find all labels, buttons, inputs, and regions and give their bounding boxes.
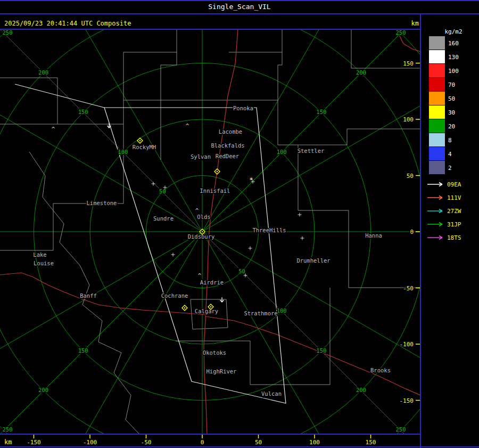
range-ring-label: 150 <box>316 347 326 354</box>
caret-marker: ^ <box>198 272 202 279</box>
city-label: Drumheller <box>296 257 330 264</box>
range-ring-label: 150 <box>78 347 88 354</box>
legend-value: 30 <box>448 109 455 116</box>
legend-swatch <box>429 161 445 174</box>
legend-swatch <box>429 119 445 133</box>
city-label: Strathmore <box>244 310 277 316</box>
caret-marker: ^ <box>195 207 199 214</box>
y-axis-tick-label: -100 <box>400 341 414 348</box>
range-ring-label: 200 <box>356 69 366 76</box>
station-marker-dot <box>202 231 203 232</box>
storm-track-id: 09EA <box>447 181 461 188</box>
city-label: Sylvan <box>191 153 211 160</box>
city-label: Didsbury <box>188 233 215 240</box>
asterisk-marker: * <box>249 176 253 184</box>
y-axis-tick-label: -50 <box>403 285 414 292</box>
city-label: Okotoks <box>203 349 226 356</box>
x-axis-tick-label: -100 <box>83 439 97 446</box>
city-label: Vulcan <box>261 390 282 397</box>
legend-swatch <box>429 64 445 77</box>
city-label: Hanna <box>365 232 382 239</box>
y-axis-tick-label: -150 <box>400 397 414 404</box>
city-label: Sundre <box>153 215 174 222</box>
caret-marker: ^ <box>186 123 189 129</box>
legend-swatch <box>429 50 445 63</box>
station-marker-dot <box>210 306 211 307</box>
city-label: Limestone <box>87 200 117 206</box>
y-axis-tick-label: 150 <box>403 60 414 67</box>
city-label: Olds <box>197 214 210 220</box>
legend-swatch <box>429 78 445 91</box>
range-ring-label: 250 <box>3 29 13 36</box>
legend-value: 8 <box>448 137 452 144</box>
legend-value: 130 <box>448 54 459 61</box>
city-label: ThreeHills <box>252 227 286 233</box>
city-label: Blackfalds <box>211 142 244 149</box>
range-ring-label: 250 <box>3 426 13 433</box>
city-label: Ponoka <box>233 105 253 111</box>
city-label: Innisfail <box>200 188 230 194</box>
range-ring-label: 250 <box>396 29 406 36</box>
city-label: HighRiver <box>207 368 237 374</box>
legend-value: 2 <box>448 165 452 172</box>
range-ring-label: 200 <box>356 387 366 393</box>
storm-track-id: 18TS <box>447 234 461 241</box>
range-ring-label: 100 <box>277 149 287 155</box>
storm-track-id: 111V <box>447 194 461 201</box>
city-label: Cochrane <box>161 292 188 299</box>
range-ring-label: 50 <box>238 268 245 274</box>
city-label: Calgary <box>195 308 218 314</box>
city-label: Lake <box>33 251 46 258</box>
city-label: Brooks <box>370 367 391 373</box>
legend-value: 70 <box>448 82 455 88</box>
legend-value: 100 <box>448 68 459 75</box>
city-label: Banff <box>80 292 97 299</box>
legend-unit-label: kg/m2 <box>444 28 462 35</box>
y-axis-tick-label: 50 <box>407 173 414 180</box>
city-label: Stettler <box>298 148 325 154</box>
legend-swatch <box>429 147 445 160</box>
timestamp-label: 2025/09/23 20:41:44 UTC Composite <box>4 20 131 27</box>
range-ring-label: 200 <box>38 387 48 393</box>
legend-swatch <box>429 133 445 146</box>
caret-marker: ^ <box>52 126 55 133</box>
legend-value: 20 <box>448 123 455 130</box>
legend-swatch <box>429 105 445 119</box>
x-axis-tick-label: 100 <box>309 439 320 446</box>
legend-value: 160 <box>448 40 459 47</box>
y-axis-unit-label: km <box>411 20 419 27</box>
station-marker-dot <box>217 171 218 172</box>
x-axis-tick-label: 50 <box>255 439 262 446</box>
legend-swatch <box>429 36 445 50</box>
x-axis-unit-label: km <box>4 438 12 446</box>
x-axis-tick-label: -50 <box>141 439 152 446</box>
range-ring-label: 100 <box>277 307 287 314</box>
storm-track-id: 27ZW <box>447 208 461 215</box>
x-axis-tick-label: 150 <box>366 439 376 446</box>
radar-window: 5010015020025010015020025015020025050100… <box>0 0 479 448</box>
range-ring-label: 250 <box>396 426 406 433</box>
y-axis-tick-label: 100 <box>403 116 414 123</box>
x-axis-tick-label: 0 <box>201 439 204 446</box>
range-ring-label: 150 <box>316 109 326 115</box>
legend-value: 50 <box>448 95 455 102</box>
radar-display: 5010015020025010015020025015020025050100… <box>0 0 479 448</box>
city-label: Airdrie <box>200 279 224 286</box>
range-ring-label: 150 <box>78 109 88 115</box>
legend-value: 4 <box>448 151 452 158</box>
window-title: Single_Scan_VIL <box>208 3 271 11</box>
storm-track-id: 31JP <box>447 221 461 228</box>
range-ring-label: 200 <box>38 69 48 76</box>
city-label: Lacombe <box>219 128 242 135</box>
city-label: Louise <box>34 260 54 266</box>
legend-swatch <box>429 92 445 105</box>
range-ring-label: 100 <box>118 149 128 155</box>
x-axis-tick-label: -150 <box>27 439 41 446</box>
city-label: RockyMH <box>133 144 156 150</box>
y-axis-tick-label: 0 <box>410 229 414 235</box>
station-marker-dot <box>139 140 141 141</box>
station-marker-dot <box>184 307 185 308</box>
city-label: RedDeer <box>216 153 239 159</box>
